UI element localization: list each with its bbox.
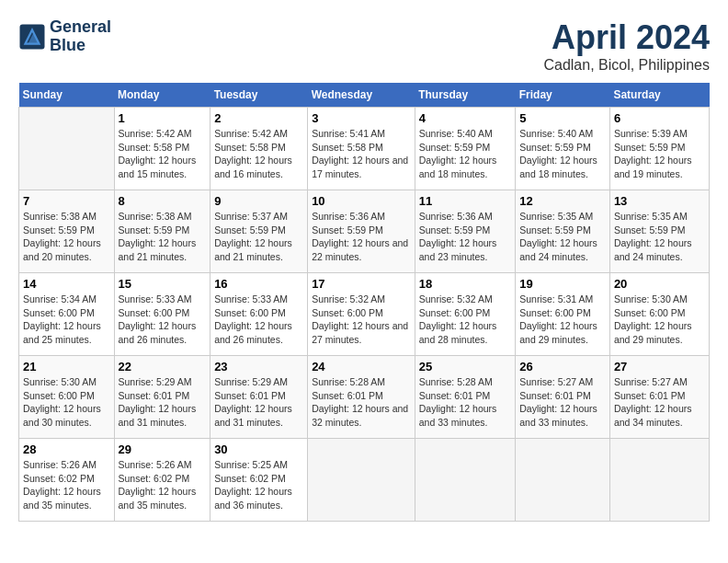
day-info: Sunrise: 5:29 AMSunset: 6:01 PMDaylight:…	[214, 376, 292, 428]
calendar-cell: 10Sunrise: 5:36 AMSunset: 5:59 PMDayligh…	[308, 190, 415, 273]
day-info: Sunrise: 5:36 AMSunset: 5:59 PMDaylight:…	[312, 211, 408, 262]
day-number: 12	[519, 194, 606, 208]
calendar-cell: 22Sunrise: 5:29 AMSunset: 6:01 PMDayligh…	[114, 356, 210, 439]
day-info: Sunrise: 5:33 AMSunset: 6:00 PMDaylight:…	[119, 293, 197, 345]
calendar-cell: 16Sunrise: 5:33 AMSunset: 6:00 PMDayligh…	[210, 273, 308, 356]
day-number: 16	[214, 277, 303, 291]
calendar-cell	[19, 108, 115, 190]
calendar-cell: 21Sunrise: 5:30 AMSunset: 6:00 PMDayligh…	[19, 356, 115, 439]
calendar-cell	[516, 439, 610, 522]
calendar-cell: 24Sunrise: 5:28 AMSunset: 6:01 PMDayligh…	[308, 356, 415, 439]
day-number: 17	[312, 277, 411, 291]
day-number: 15	[119, 277, 207, 291]
day-header-wednesday: Wednesday	[308, 83, 415, 108]
day-info: Sunrise: 5:41 AMSunset: 5:58 PMDaylight:…	[312, 128, 408, 179]
calendar-cell	[415, 439, 516, 522]
calendar-cell: 1Sunrise: 5:42 AMSunset: 5:58 PMDaylight…	[114, 108, 210, 190]
day-number: 10	[312, 194, 411, 208]
day-number: 28	[23, 442, 110, 456]
day-number: 7	[23, 194, 110, 208]
logo-text: General Blue	[50, 18, 111, 55]
day-number: 1	[119, 111, 207, 125]
calendar-table: SundayMondayTuesdayWednesdayThursdayFrid…	[18, 83, 710, 522]
calendar-cell: 5Sunrise: 5:40 AMSunset: 5:59 PMDaylight…	[516, 108, 610, 190]
day-number: 8	[119, 194, 207, 208]
calendar-cell: 17Sunrise: 5:32 AMSunset: 6:00 PMDayligh…	[308, 273, 415, 356]
day-info: Sunrise: 5:39 AMSunset: 5:59 PMDaylight:…	[614, 128, 692, 179]
calendar-cell: 9Sunrise: 5:37 AMSunset: 5:59 PMDaylight…	[210, 190, 308, 273]
day-info: Sunrise: 5:27 AMSunset: 6:01 PMDaylight:…	[614, 376, 692, 428]
day-info: Sunrise: 5:28 AMSunset: 6:01 PMDaylight:…	[419, 376, 497, 428]
day-info: Sunrise: 5:33 AMSunset: 6:00 PMDaylight:…	[214, 293, 292, 345]
day-number: 24	[312, 360, 411, 373]
day-header-sunday: Sunday	[19, 83, 115, 108]
day-info: Sunrise: 5:26 AMSunset: 6:02 PMDaylight:…	[119, 459, 197, 511]
subtitle: Cadlan, Bicol, Philippines	[543, 57, 710, 74]
calendar-cell: 28Sunrise: 5:26 AMSunset: 6:02 PMDayligh…	[19, 439, 115, 522]
calendar-cell: 4Sunrise: 5:40 AMSunset: 5:59 PMDaylight…	[415, 108, 516, 190]
day-number: 23	[214, 360, 303, 373]
day-info: Sunrise: 5:36 AMSunset: 5:59 PMDaylight:…	[419, 211, 497, 262]
week-row-1: 1Sunrise: 5:42 AMSunset: 5:58 PMDaylight…	[19, 108, 710, 190]
day-info: Sunrise: 5:38 AMSunset: 5:59 PMDaylight:…	[23, 211, 101, 262]
day-number: 26	[519, 360, 606, 373]
calendar-cell: 3Sunrise: 5:41 AMSunset: 5:58 PMDaylight…	[308, 108, 415, 190]
calendar-cell: 18Sunrise: 5:32 AMSunset: 6:00 PMDayligh…	[415, 273, 516, 356]
calendar-cell: 8Sunrise: 5:38 AMSunset: 5:59 PMDaylight…	[114, 190, 210, 273]
calendar-cell: 11Sunrise: 5:36 AMSunset: 5:59 PMDayligh…	[415, 190, 516, 273]
week-row-2: 7Sunrise: 5:38 AMSunset: 5:59 PMDaylight…	[19, 190, 710, 273]
calendar-cell: 14Sunrise: 5:34 AMSunset: 6:00 PMDayligh…	[19, 273, 115, 356]
day-number: 30	[214, 442, 303, 456]
day-info: Sunrise: 5:42 AMSunset: 5:58 PMDaylight:…	[214, 128, 292, 179]
day-number: 22	[119, 360, 207, 373]
day-number: 21	[23, 360, 110, 373]
logo-icon	[18, 23, 46, 51]
day-info: Sunrise: 5:34 AMSunset: 6:00 PMDaylight:…	[23, 293, 101, 345]
title-area: April 2024 Cadlan, Bicol, Philippines	[543, 18, 710, 74]
day-number: 2	[214, 111, 303, 125]
day-info: Sunrise: 5:31 AMSunset: 6:00 PMDaylight:…	[519, 293, 597, 345]
week-row-3: 14Sunrise: 5:34 AMSunset: 6:00 PMDayligh…	[19, 273, 710, 356]
calendar-cell	[308, 439, 415, 522]
day-header-thursday: Thursday	[415, 83, 516, 108]
calendar-cell: 19Sunrise: 5:31 AMSunset: 6:00 PMDayligh…	[516, 273, 610, 356]
calendar-cell: 30Sunrise: 5:25 AMSunset: 6:02 PMDayligh…	[210, 439, 308, 522]
week-row-4: 21Sunrise: 5:30 AMSunset: 6:00 PMDayligh…	[19, 356, 710, 439]
day-info: Sunrise: 5:32 AMSunset: 6:00 PMDaylight:…	[312, 293, 408, 345]
day-number: 29	[119, 442, 207, 456]
calendar-cell: 26Sunrise: 5:27 AMSunset: 6:01 PMDayligh…	[516, 356, 610, 439]
day-info: Sunrise: 5:28 AMSunset: 6:01 PMDaylight:…	[312, 376, 408, 428]
calendar-cell: 12Sunrise: 5:35 AMSunset: 5:59 PMDayligh…	[516, 190, 610, 273]
day-info: Sunrise: 5:30 AMSunset: 6:00 PMDaylight:…	[614, 293, 692, 345]
calendar-cell	[609, 439, 709, 522]
day-info: Sunrise: 5:26 AMSunset: 6:02 PMDaylight:…	[23, 459, 101, 511]
calendar-cell: 2Sunrise: 5:42 AMSunset: 5:58 PMDaylight…	[210, 108, 308, 190]
day-number: 4	[419, 111, 512, 125]
calendar-cell: 7Sunrise: 5:38 AMSunset: 5:59 PMDaylight…	[19, 190, 115, 273]
day-number: 3	[312, 111, 411, 125]
day-info: Sunrise: 5:27 AMSunset: 6:01 PMDaylight:…	[519, 376, 597, 428]
calendar-cell: 13Sunrise: 5:35 AMSunset: 5:59 PMDayligh…	[609, 190, 709, 273]
day-number: 14	[23, 277, 110, 291]
week-row-5: 28Sunrise: 5:26 AMSunset: 6:02 PMDayligh…	[19, 439, 710, 522]
logo: General Blue	[18, 18, 111, 55]
day-number: 25	[419, 360, 512, 373]
day-header-friday: Friday	[516, 83, 610, 108]
day-info: Sunrise: 5:29 AMSunset: 6:01 PMDaylight:…	[119, 376, 197, 428]
day-number: 20	[614, 277, 705, 291]
day-info: Sunrise: 5:35 AMSunset: 5:59 PMDaylight:…	[519, 211, 597, 262]
day-info: Sunrise: 5:30 AMSunset: 6:00 PMDaylight:…	[23, 376, 101, 428]
day-info: Sunrise: 5:40 AMSunset: 5:59 PMDaylight:…	[519, 128, 597, 179]
day-info: Sunrise: 5:25 AMSunset: 6:02 PMDaylight:…	[214, 459, 292, 511]
day-number: 9	[214, 194, 303, 208]
day-info: Sunrise: 5:38 AMSunset: 5:59 PMDaylight:…	[119, 211, 197, 262]
day-header-tuesday: Tuesday	[210, 83, 308, 108]
day-info: Sunrise: 5:40 AMSunset: 5:59 PMDaylight:…	[419, 128, 497, 179]
day-number: 11	[419, 194, 512, 208]
day-number: 19	[519, 277, 606, 291]
day-header-saturday: Saturday	[609, 83, 709, 108]
day-number: 5	[519, 111, 606, 125]
day-info: Sunrise: 5:37 AMSunset: 5:59 PMDaylight:…	[214, 211, 292, 262]
calendar-cell: 15Sunrise: 5:33 AMSunset: 6:00 PMDayligh…	[114, 273, 210, 356]
calendar-cell: 20Sunrise: 5:30 AMSunset: 6:00 PMDayligh…	[609, 273, 709, 356]
